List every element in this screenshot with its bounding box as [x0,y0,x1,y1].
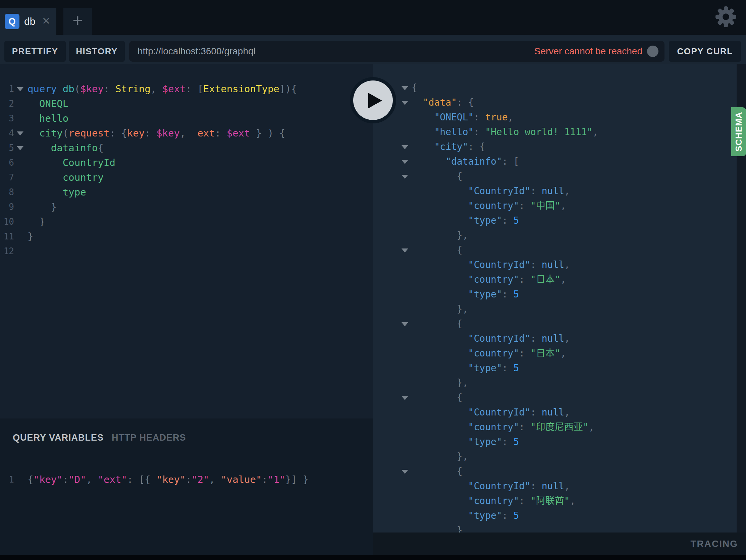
gutter [14,244,28,259]
collapse-arrow-icon[interactable] [402,101,408,105]
code-text: } [28,229,33,244]
code-text: query db($key: String, $ext: [ExtensionT… [28,82,297,96]
tab-http-headers[interactable]: HTTP HEADERS [112,433,186,443]
gutter [373,243,411,258]
settings-gear-icon[interactable] [715,6,737,28]
gutter [14,472,28,487]
history-button[interactable]: HISTORY [69,41,125,62]
copy-curl-button[interactable]: COPY CURL [669,41,741,62]
code-text: }, [411,302,468,317]
code-text: "country": "日本", [411,346,566,361]
code-text: }, [411,449,468,464]
code-text: { [411,390,463,405]
gutter [373,213,411,228]
response-pane: { "data": { "ONEQL": true, "hello": "Hel… [373,64,746,532]
line-number: 4 [0,126,14,141]
code-text: "type": 5 [411,287,519,302]
response-line: "type": 5 [373,508,746,523]
tab-db[interactable]: Q db ✕ [0,8,56,35]
window-bottom-edge [0,555,746,560]
collapse-arrow-icon[interactable] [402,160,408,164]
gutter [373,184,411,199]
line-number: 7 [0,170,14,185]
code-text: "country": "中国", [411,199,566,213]
response-line: { [373,317,746,331]
prettify-button[interactable]: PRETTIFY [4,41,66,62]
code-line: 7 country [0,170,373,185]
schema-tab[interactable]: SCHEMA [731,107,746,156]
gutter [373,494,411,508]
collapse-arrow-icon[interactable] [402,322,408,326]
line-number: 3 [0,111,14,126]
collapse-arrow-icon[interactable] [17,131,24,136]
tab-label: db [24,8,35,35]
server-status-dot-icon [647,46,658,57]
tab-bar: Q db ✕ + [0,0,746,35]
code-text: { [411,243,463,258]
gutter [373,464,411,479]
response-line: "country": "日本", [373,272,746,287]
response-line: { [373,169,746,184]
gutter [373,435,411,449]
play-icon [368,93,382,108]
code-text: type [28,185,86,200]
tab-close-icon[interactable]: ✕ [42,8,50,35]
gutter [373,376,411,390]
response-line: }, [373,228,746,243]
code-text: ONEQL [28,96,68,111]
code-text: {"key":"D", "ext": [{ "key":"2", "value"… [28,472,309,487]
line-number: 12 [0,244,14,259]
gutter [14,185,28,200]
response-line: "CountryId": null, [373,331,746,346]
execute-button[interactable] [350,77,396,123]
gutter [373,272,411,287]
response-line: { [373,390,746,405]
collapse-arrow-icon[interactable] [402,470,408,474]
gutter [373,361,411,376]
collapse-arrow-icon[interactable] [402,86,408,90]
tracing-bar[interactable]: TRACING [373,532,746,555]
code-text: "country": "印度尼西亚", [411,420,594,435]
tab-query-variables[interactable]: QUERY VARIABLES [13,433,104,443]
gutter [373,420,411,435]
code-text: "datainfo": [ [411,154,519,169]
gutter [14,200,28,214]
code-text: { [411,317,463,331]
collapse-arrow-icon[interactable] [17,87,24,91]
collapse-arrow-icon[interactable] [17,146,24,150]
line-number: 1 [0,472,14,487]
toolbar: PRETTIFY HISTORY http://localhost:3600/g… [0,35,746,64]
gutter [373,390,411,405]
gutter [14,111,28,126]
response-line: }, [373,449,746,464]
line-number: 9 [0,200,14,214]
gutter [14,155,28,170]
endpoint-url-input[interactable]: http://localhost:3600/graphql Server can… [129,41,664,62]
gutter [373,508,411,523]
gutter [373,346,411,361]
collapse-arrow-icon[interactable] [402,248,408,253]
collapse-arrow-icon[interactable] [402,396,408,400]
code-line: 3 hello [0,111,373,126]
new-tab-button[interactable]: + [63,8,92,35]
code-line: 8 type [0,185,373,200]
collapse-arrow-icon[interactable] [402,175,408,179]
gutter [373,154,411,169]
response-line: "type": 5 [373,435,746,449]
code-text: "country": "阿联酋", [411,494,576,508]
response-line: { [373,81,746,95]
variables-editor[interactable]: 1{"key":"D", "ext": [{ "key":"2", "value… [0,472,373,487]
query-badge: Q [5,14,20,29]
gutter [14,82,28,96]
response-line: "hello": "Hello world! 1111", [373,125,746,140]
query-editor-pane[interactable]: 1query db($key: String, $ext: [Extension… [0,64,373,418]
code-line: 10 } [0,214,373,229]
response-line: "datainfo": [ [373,154,746,169]
code-text: "ONEQL": true, [411,110,513,125]
code-line: 1query db($key: String, $ext: [Extension… [0,82,373,96]
code-text: { [411,464,463,479]
gutter [373,125,411,140]
code-line: 9 } [0,200,373,214]
collapse-arrow-icon[interactable] [402,145,408,149]
line-number: 6 [0,155,14,170]
